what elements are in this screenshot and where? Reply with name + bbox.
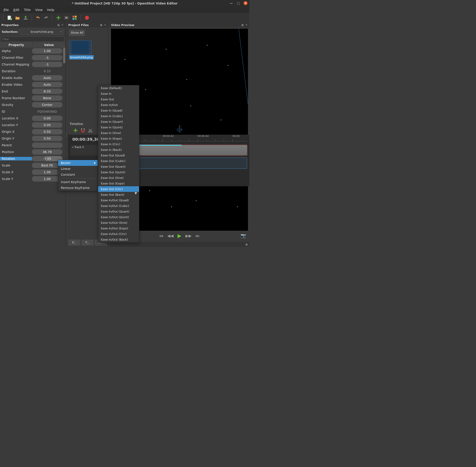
property-value[interactable]: Auto <box>32 82 62 87</box>
property-row[interactable]: Duration8.33 <box>0 68 65 75</box>
dock-icon[interactable]: ▣ <box>57 23 60 26</box>
razor-icon[interactable] <box>88 128 93 133</box>
minimize-button[interactable]: — <box>229 1 233 5</box>
menu-item[interactable]: Ease Out (Quint) <box>98 169 139 175</box>
property-value[interactable]: 36.78 <box>32 149 62 155</box>
profile-icon[interactable] <box>64 15 69 21</box>
property-value[interactable]: Center <box>32 102 62 107</box>
menu-item[interactable]: Ease In (Cubic) <box>98 113 139 119</box>
menu-item[interactable]: Ease In/Out <box>98 102 139 108</box>
menu-item[interactable]: Ease Out (Sine) <box>98 175 139 181</box>
menu-item[interactable]: Ease In/Out (Quart) <box>98 209 139 214</box>
menu-item[interactable]: Insert Keyframe <box>58 179 98 185</box>
redo-icon[interactable] <box>43 15 49 21</box>
menu-item[interactable]: Ease Out (Circ) <box>98 186 139 192</box>
track-header[interactable]: ▾ Track 5 <box>70 144 99 156</box>
property-row[interactable]: GravityCenter <box>0 102 65 108</box>
menu-item[interactable]: Ease In/Out (Sine) <box>98 220 139 226</box>
menu-file[interactable]: File <box>1 7 11 13</box>
close-button[interactable]: ✕ <box>244 1 247 5</box>
property-row[interactable]: Enable AudioAuto <box>0 75 65 81</box>
property-value[interactable]: 8.33 <box>32 68 62 74</box>
menu-item[interactable]: Ease In (Expo) <box>98 136 139 141</box>
file-thumbnail[interactable] <box>69 40 92 54</box>
snap-icon[interactable] <box>81 128 85 133</box>
menu-item[interactable]: Ease Out (Cubic) <box>98 158 139 164</box>
menu-item[interactable]: Ease Out (Expo) <box>98 181 139 186</box>
filter-input[interactable] <box>1 36 65 42</box>
menu-item[interactable]: Ease In (Circ) <box>98 141 139 147</box>
property-row[interactable]: Scale Y1.00 <box>0 175 65 182</box>
open-project-icon[interactable] <box>14 15 20 21</box>
property-row[interactable]: Location X0.00 <box>0 115 65 122</box>
property-value[interactable]: -1 <box>32 55 62 60</box>
selection-dropdown[interactable]: Snow%04d.png <box>20 29 64 35</box>
menu-title[interactable]: Title <box>22 7 33 13</box>
undo-icon[interactable] <box>35 15 41 21</box>
property-value[interactable]: None <box>32 95 62 101</box>
menu-item[interactable]: Constant <box>58 172 98 178</box>
property-row[interactable]: Origin Y0.50 <box>0 135 65 142</box>
export-icon[interactable] <box>84 15 90 21</box>
property-row[interactable]: End8.33 <box>0 88 65 95</box>
menu-item[interactable]: Ease In (Quad) <box>98 108 139 113</box>
property-row[interactable]: ScaleBest Fit <box>0 162 65 169</box>
menu-item[interactable]: Linear <box>58 166 98 172</box>
property-row[interactable]: Rotation-7.05 <box>0 155 65 162</box>
property-row[interactable]: Channel Mapping-1 <box>0 61 65 68</box>
menu-item[interactable]: Ease Out (Quad) <box>98 153 139 158</box>
property-value[interactable]: 8.33 <box>32 89 62 94</box>
property-row[interactable]: Scale X1.00 <box>0 169 65 175</box>
property-row[interactable]: Position36.78 <box>0 149 65 155</box>
menu-item[interactable]: Ease In/Out (Quint) <box>98 214 139 220</box>
menu-item[interactable]: Ease In <box>98 91 139 96</box>
property-row[interactable]: Location Y0.00 <box>0 122 65 128</box>
menu-item[interactable]: Ease (Default) <box>98 85 139 91</box>
property-value[interactable]: Auto <box>32 75 62 80</box>
menu-item[interactable]: Bezier▶ <box>58 160 98 166</box>
property-value[interactable]: 0.00 <box>32 116 62 121</box>
file-label[interactable]: Snow%04d.png <box>69 55 94 59</box>
dock-icon[interactable]: ▣ <box>100 23 103 26</box>
property-value[interactable]: FQISIWGNIQ <box>32 109 62 114</box>
property-row[interactable]: Parent <box>0 142 65 149</box>
property-value[interactable]: 0.00 <box>32 122 62 128</box>
close-panel-icon[interactable]: ✕ <box>104 23 107 26</box>
property-row[interactable]: Frame NumberNone <box>0 95 65 102</box>
menu-item[interactable]: Ease In/Out (Cubic) <box>98 203 139 209</box>
property-value[interactable]: 0.50 <box>32 129 62 134</box>
close-panel-icon[interactable]: ✕ <box>61 23 65 26</box>
menu-help[interactable]: Help <box>45 7 57 13</box>
menu-item[interactable]: Ease Out <box>98 96 139 102</box>
property-row[interactable]: IDFQISIWGNIQ <box>0 108 65 115</box>
import-icon[interactable] <box>55 15 61 21</box>
menu-item[interactable]: Remove Keyframe <box>58 185 98 191</box>
menu-item[interactable]: Ease In (Sine) <box>98 130 139 136</box>
property-row[interactable]: Channel Filter-1 <box>0 54 65 61</box>
properties-scrollbar[interactable] <box>63 48 65 63</box>
show-all-button[interactable]: Show All <box>69 30 85 36</box>
property-value[interactable]: 1.00 <box>32 48 62 54</box>
menu-item[interactable]: Ease Out (Back) <box>98 192 139 197</box>
menu-item[interactable]: Ease In/Out (Expo) <box>98 226 139 231</box>
property-value[interactable] <box>32 143 62 148</box>
menu-item[interactable]: Ease In (Back) <box>98 147 139 153</box>
save-project-icon[interactable] <box>23 15 28 21</box>
add-track-icon[interactable] <box>73 128 78 133</box>
menu-item[interactable]: Ease In (Quint) <box>98 125 139 130</box>
fullscreen-icon[interactable] <box>72 15 78 21</box>
property-row[interactable]: Enable VideoAuto <box>0 81 65 88</box>
maximize-button[interactable]: ▢ <box>236 1 240 5</box>
menu-item[interactable]: Ease In/Out (Back) <box>98 237 139 242</box>
property-row[interactable]: Alpha1.00 <box>0 48 65 54</box>
menu-item[interactable]: Ease In/Out (Circ) <box>98 231 139 237</box>
new-project-icon[interactable] <box>7 15 12 21</box>
menu-item[interactable]: Ease Out (Quart) <box>98 164 139 169</box>
dock-icon[interactable]: ▣ <box>241 23 245 26</box>
menu-item[interactable]: Ease In/Out (Quad) <box>98 197 139 203</box>
property-row[interactable]: Origin X0.50 <box>0 128 65 135</box>
property-value[interactable]: 0.50 <box>32 136 62 141</box>
menu-edit[interactable]: Edit <box>11 7 22 13</box>
menu-view[interactable]: View <box>33 7 45 13</box>
menu-item[interactable]: Ease In (Quart) <box>98 119 139 125</box>
